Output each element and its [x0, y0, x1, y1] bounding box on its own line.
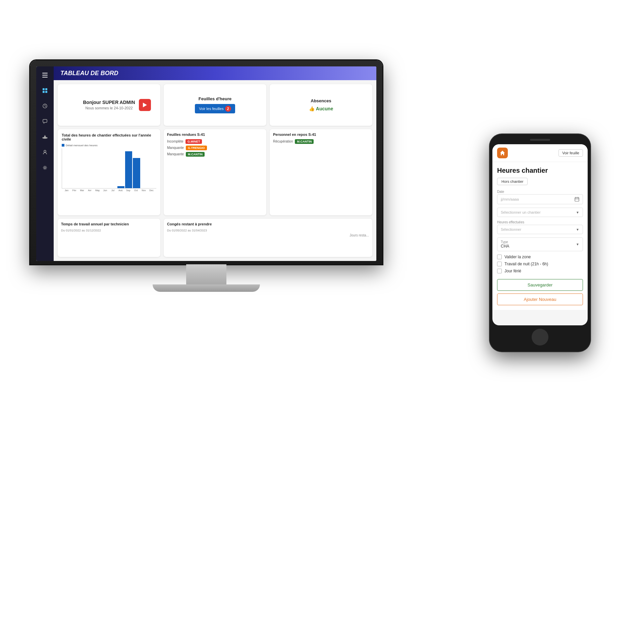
conges-card: Congés restant à prendre Du 01/05/2022 a…	[164, 219, 372, 257]
recuperation-label: Récupération	[273, 140, 293, 143]
monitor-stand-neck	[186, 264, 226, 284]
checkbox-nuit-box[interactable]	[497, 262, 502, 266]
play-button[interactable]	[139, 99, 151, 111]
checkbox-nuit[interactable]: Travail de nuit (21h - 6h)	[497, 262, 583, 266]
checkbox-nuit-label: Travail de nuit (21h - 6h)	[504, 262, 548, 266]
sauvegarder-button[interactable]: Sauvegarder	[497, 279, 583, 291]
svg-point-15	[44, 167, 46, 169]
chantier-chevron-icon: ▼	[576, 211, 579, 214]
personnel-row-1: Récupération M.CANTIN	[273, 139, 369, 144]
feuilles-card: Feuilles d'heure Voir les feuilles 2	[164, 84, 266, 126]
label-mar: Mar	[78, 189, 86, 192]
date-input-display[interactable]: jj/mm/aaaa	[497, 194, 583, 204]
voir-feuille-button[interactable]: Voir feuille	[558, 149, 583, 157]
badge-cantin-personnel: M.CANTIN	[295, 139, 314, 144]
date-form-group: Date jj/mm/aaaa	[497, 190, 583, 204]
bar-oct	[133, 158, 140, 188]
checkbox-valider-label: Valider la zone	[504, 255, 531, 259]
aucune-text: Aucune	[316, 106, 333, 111]
phone-home-button[interactable]	[532, 329, 548, 345]
sidebar-icon-clock[interactable]	[40, 101, 50, 111]
legend-dot	[62, 144, 64, 147]
ajouter-button[interactable]: Ajouter Nouveau	[497, 293, 583, 305]
chart-bars-container	[62, 148, 156, 189]
label-aou: Aoû	[117, 189, 124, 192]
voir-feuilles-button[interactable]: Voir les feuilles 2	[195, 104, 235, 113]
badge-cantin: M.CANTIN	[186, 152, 205, 157]
checkbox-ferie[interactable]: Jour férié	[497, 269, 583, 273]
scene: TABLEAU DE BORD Bonjour SUPER ADMIN Nous…	[0, 0, 644, 644]
sidebar-icon-dashboard[interactable]	[40, 86, 50, 95]
checkbox-valider[interactable]: Valider la zone	[497, 255, 583, 259]
checkbox-valider-box[interactable]	[497, 255, 502, 259]
chart-title: Total des heures de chantier effectuées …	[62, 133, 156, 141]
sidebar-icon-chat[interactable]	[40, 117, 50, 126]
spacer	[497, 276, 583, 279]
chantier-form-group: Sélectionner un chantier ▼	[497, 208, 583, 217]
travail-card: Temps de travail annuel par technicien D…	[58, 219, 160, 257]
heures-label: Heures effectuées	[497, 220, 583, 224]
svg-marker-16	[143, 103, 147, 107]
type-value: CHA	[501, 244, 509, 249]
travail-title: Temps de travail annuel par technicien	[61, 222, 157, 226]
type-chevron-icon: ▼	[576, 243, 579, 246]
sidebar-icon-user[interactable]	[40, 148, 50, 157]
bar-aou	[117, 186, 124, 188]
badge-minet: G.MINET	[185, 139, 202, 144]
personnel-card: Personnel en repos S-41 Récupération M.C…	[270, 129, 372, 216]
feuilles-title: Feuilles d'heure	[199, 96, 231, 101]
svg-rect-10	[43, 119, 47, 122]
person-row-1: Incomplète G.MINET	[167, 139, 263, 144]
type-field-left: Type CHA	[501, 240, 509, 249]
feuilles-rendues-card: Feuilles rendues S-41 Incomplète G.MINET…	[164, 129, 266, 216]
label-may: May	[94, 189, 101, 192]
feuilles-rendues-title: Feuilles rendues S-41	[167, 132, 263, 137]
phone-page-title: Heures chantier	[497, 167, 583, 174]
phone-home-icon[interactable]	[497, 148, 508, 158]
sidebar-icon-gear[interactable]	[40, 163, 50, 172]
welcome-card-inner: Bonjour SUPER ADMIN Nous sommes le 24-10…	[62, 100, 156, 110]
label-nov: Nov	[140, 189, 147, 192]
conges-title: Congés restant à prendre	[167, 222, 369, 226]
label-oct: Oct	[132, 189, 140, 192]
label-fev: Fév	[71, 189, 78, 192]
sidebar-icon-menu[interactable]	[40, 70, 50, 80]
absences-card: Absences 👍 Aucune	[270, 84, 372, 126]
sidebar-icon-hat[interactable]	[40, 132, 50, 142]
feuilles-badge: 2	[225, 106, 231, 112]
travail-subtitle: Du 01/01/2022 au 31/12/2022	[61, 229, 157, 232]
label-sep: Sep	[125, 189, 132, 192]
monitor-frame: TABLEAU DE BORD Bonjour SUPER ADMIN Nous…	[30, 60, 382, 264]
page-title: TABLEAU DE BORD	[60, 70, 118, 76]
status-1: Incomplète	[167, 140, 183, 143]
status-3: Manquante	[167, 152, 184, 156]
main-content: TABLEAU DE BORD Bonjour SUPER ADMIN Nous…	[54, 66, 376, 261]
monitor-screen: TABLEAU DE BORD Bonjour SUPER ADMIN Nous…	[36, 66, 376, 261]
label-jan: Jan	[63, 189, 70, 192]
hors-chantier-tab[interactable]: Hors chantier	[497, 178, 528, 185]
bar-sep	[125, 151, 132, 188]
type-select[interactable]: Type CHA ▼	[497, 237, 583, 251]
welcome-card: Bonjour SUPER ADMIN Nous sommes le 24-10…	[58, 84, 160, 126]
heures-chevron-icon: ▼	[576, 228, 579, 231]
conges-subtitle: Du 01/05/2022 au 31/04/2023	[167, 229, 369, 232]
type-form-group: Type CHA ▼	[497, 237, 583, 251]
svg-rect-6	[45, 91, 47, 93]
person-row-3: Manquante M.CANTIN	[167, 152, 263, 157]
svg-rect-18	[575, 198, 579, 201]
svg-rect-1	[42, 75, 48, 75]
svg-rect-2	[42, 77, 48, 77]
chantier-select[interactable]: Sélectionner un chantier ▼	[497, 208, 583, 217]
chart-area: Jan Fév Mar Avr May Jun Jul Aoû Sep Oc	[62, 148, 156, 195]
svg-marker-17	[500, 151, 505, 155]
content-area: Bonjour SUPER ADMIN Nous sommes le 24-10…	[54, 80, 376, 261]
type-label: Type	[501, 240, 509, 244]
legend-text: Détail mensuel des heures	[66, 144, 98, 147]
checkbox-ferie-box[interactable]	[497, 269, 502, 273]
heures-select[interactable]: Sélectionner ▼	[497, 225, 583, 234]
heures-placeholder: Sélectionner	[501, 227, 521, 231]
page-header: TABLEAU DE BORD	[54, 66, 376, 80]
chart-card: Total des heures de chantier effectuées …	[58, 129, 160, 216]
sidebar	[36, 66, 54, 261]
status-2: Manquante	[167, 146, 184, 150]
